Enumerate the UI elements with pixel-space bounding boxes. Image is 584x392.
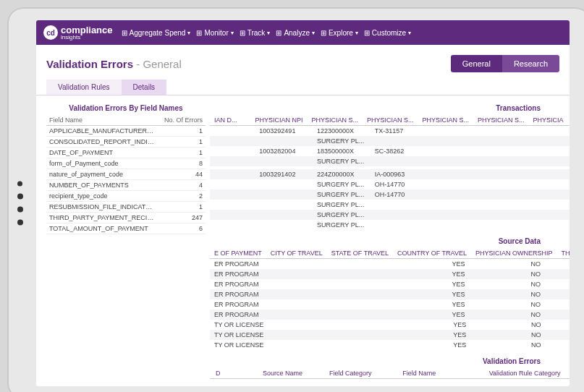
source-row[interactable]: ER PROGRAMYESNO (210, 279, 570, 289)
trans-row[interactable]: SURGERY PL... (210, 210, 570, 220)
trans-row[interactable]: 1003292491122300000XTX-31157 (210, 126, 570, 136)
field-errors-title: Validation Errors By Field Names (46, 101, 206, 115)
field-row[interactable]: NUMBER_OF_PAYMENTS4 (46, 180, 206, 191)
val-col: Validation Rule Category (483, 368, 570, 378)
source-col: PHYSICIAN OWNERSHIP (471, 248, 557, 258)
trans-row[interactable]: 1003282004183500000XSC-38262 (210, 146, 570, 156)
source-row[interactable]: ER PROGRAMYESNO (210, 269, 570, 279)
trans-row[interactable]: SURGERY PL... (210, 220, 570, 230)
content-area: Validation Errors By Field Names Field N… (36, 95, 570, 386)
logo: cd compliance insights (43, 25, 113, 41)
nav-customize[interactable]: ⊞Customize▾ (364, 29, 411, 37)
source-row[interactable]: ER PROGRAMYESNO (210, 310, 570, 320)
page-header: Validation Errors - General General Rese… (36, 45, 570, 80)
trans-col: PHYSICIAN S... (363, 115, 418, 125)
source-row[interactable]: TY OR LICENSEYESNO (210, 320, 570, 330)
source-data-panel: Source Data E OF PAYMENTCITY OF TRAVELST… (210, 234, 570, 350)
source-row[interactable]: ER PROGRAMYESNO (210, 299, 570, 310)
trans-col: IAN D... (210, 115, 250, 125)
tab-validation-rules[interactable]: Validation Rules (46, 80, 122, 95)
transactions-panel: Transactions IAN D...PHYSICIAN NPIPHYSIC… (210, 101, 570, 230)
segment-general[interactable]: General (451, 55, 502, 72)
screen: cd compliance insights ⊞Aggregate Spend▾… (36, 20, 570, 386)
trans-row[interactable]: SURGERY PL... (210, 136, 570, 146)
field-row[interactable]: APPLICABLE_MANUFACTURER_OR_A...1 (46, 126, 206, 137)
field-row[interactable]: DATE_OF_PAYMENT1 (46, 148, 206, 158)
trans-col: PHYSICIAN S... (307, 115, 363, 125)
segment-control: General Research (451, 55, 559, 72)
sub-tabs: Validation Rules Details (36, 80, 570, 95)
val-col: Field Category (323, 368, 397, 378)
val-col: Source Name (257, 368, 323, 378)
val-col: Field Name (397, 368, 483, 378)
field-errors-table: Field Name No. Of Errors APPLICABLE_MANU… (46, 115, 206, 234)
trans-row[interactable]: SURGERY PL...OH-14770 (210, 179, 570, 189)
source-col: COUNTRY OF TRAVEL (393, 248, 471, 258)
source-row[interactable]: ER PROGRAMYESNO (210, 259, 570, 269)
brand-name: compliance (61, 25, 113, 35)
nav-explore[interactable]: ⊞Explore▾ (321, 29, 358, 37)
source-row[interactable]: TY OR LICENSEYESNO (210, 340, 570, 350)
trans-row[interactable]: SURGERY PL... (210, 156, 570, 166)
tab-details[interactable]: Details (122, 80, 167, 95)
source-row[interactable]: ER PROGRAMYESNO (210, 289, 570, 299)
field-row[interactable]: nature_of_payment_code44 (46, 169, 206, 180)
trans-row[interactable]: SURGERY PL...OH-14770 (210, 189, 570, 200)
field-row[interactable]: RESUBMISSION_FILE_INDICATOR_Code1 (46, 202, 206, 213)
logo-badge: cd (43, 25, 58, 40)
validation-errors-title: Validation Errors (210, 354, 570, 368)
source-col: THIRD P (557, 248, 570, 258)
top-navbar: cd compliance insights ⊞Aggregate Spend▾… (36, 20, 570, 45)
brand-sub: insights (61, 35, 113, 41)
source-data-title: Source Data (210, 234, 570, 248)
segment-research[interactable]: Research (502, 55, 559, 72)
source-col: CITY OF TRAVEL (266, 248, 327, 258)
nav-aggregate-spend[interactable]: ⊞Aggregate Spend▾ (122, 29, 191, 37)
trans-col: PHYSICIA (529, 115, 570, 125)
source-row[interactable]: TY OR LICENSEYESNO (210, 330, 570, 340)
tablet-buttons (17, 182, 23, 226)
validation-errors-panel: Validation Errors DSource NameField Cate… (210, 354, 570, 379)
trans-col: PHYSICIAN S... (418, 115, 474, 125)
field-row[interactable]: THIRD_PARTY_PAYMENT_RECIPIENT_I...247 (46, 213, 206, 223)
transactions-title: Transactions (210, 101, 570, 115)
trans-col: PHYSICIAN S... (473, 115, 529, 125)
trans-row[interactable]: SURGERY PL... (210, 200, 570, 210)
source-col: STATE OF TRAVEL (327, 248, 393, 258)
field-row[interactable]: CONSOLIDATED_REPORT_INDICATO...1 (46, 137, 206, 148)
field-row[interactable]: form_of_Payment_code8 (46, 158, 206, 169)
page-title: Validation Errors - General (46, 58, 182, 70)
col-field-name: Field Name (46, 115, 159, 126)
col-no-errors: No. Of Errors (159, 115, 206, 126)
right-panels: Transactions IAN D...PHYSICIAN NPIPHYSIC… (210, 101, 570, 386)
field-row[interactable]: TOTAL_AMOUNT_OF_PAYMENT6 (46, 223, 206, 234)
trans-col: PHYSICIAN NPI (250, 115, 307, 125)
nav-track[interactable]: ⊞Track▾ (240, 29, 271, 37)
field-errors-panel: Validation Errors By Field Names Field N… (46, 101, 206, 386)
main-nav: ⊞Aggregate Spend▾⊞Monitor▾⊞Track▾⊞Analyz… (122, 29, 412, 37)
trans-row[interactable]: 1003291402224Z00000XIA-000963 (210, 169, 570, 179)
field-row[interactable]: recipient_type_code2 (46, 191, 206, 202)
source-col: E OF PAYMENT (210, 248, 266, 258)
nav-monitor[interactable]: ⊞Monitor▾ (196, 29, 233, 37)
val-col: D (210, 368, 257, 378)
tablet-frame: cd compliance insights ⊞Aggregate Spend▾… (7, 7, 584, 392)
nav-analyze[interactable]: ⊞Analyze▾ (276, 29, 315, 37)
